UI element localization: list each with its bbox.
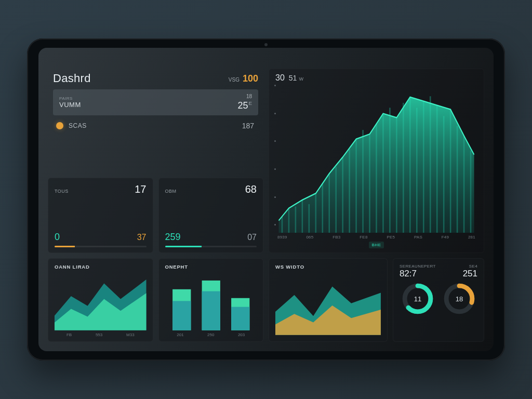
status-label: SCAS <box>69 122 87 129</box>
bottom-left-panels: OANN LIRAD FB553M33 ONEPHT <box>48 258 263 342</box>
stat-progress <box>55 246 147 247</box>
donut-1: 11 <box>401 282 434 315</box>
stat-label: TOUS <box>55 189 69 194</box>
stat-label: OBM <box>165 189 177 194</box>
header-metric-label: VSG <box>229 77 240 83</box>
main-chart-value-2: 51 <box>289 74 297 82</box>
donut-row: 11 18 <box>400 282 477 315</box>
input-secondary-value: 18 <box>246 94 252 99</box>
stat-sub-1: 0 <box>55 232 60 243</box>
mini-xaxis: 201250203 <box>165 330 257 337</box>
main-chart-value-1: 30 <box>275 73 285 83</box>
status-value: 187 <box>242 122 254 130</box>
primary-input[interactable]: PAIRS VUMM 18 25E <box>53 89 258 115</box>
mini-title: WS WIDTO <box>275 264 381 270</box>
stat-sub-1: 259 <box>165 232 181 243</box>
svg-rect-30 <box>172 301 191 330</box>
main-chart-badge: BHE <box>369 242 384 248</box>
mini-xaxis: FB553M33 <box>55 330 147 337</box>
dashboard-screen: Dashrd VSG 100 PAIRS VUMM 18 25E <box>38 48 494 351</box>
input-caption: PAIRS <box>59 96 81 101</box>
donut-value: 11 <box>401 282 434 315</box>
donut-2: 18 <box>443 282 476 315</box>
main-chart-xaxis: 8939065FB3FE8PE5PASF49281 <box>275 233 477 240</box>
tablet-frame: Dashrd VSG 100 PAIRS VUMM 18 25E <box>27 38 505 361</box>
mini-plot <box>165 272 257 330</box>
mini-chart-c[interactable]: WS WIDTO <box>269 258 388 342</box>
donut-value: 18 <box>443 282 476 315</box>
svg-rect-34 <box>231 307 249 330</box>
stat-sub-2: 07 <box>247 233 257 242</box>
input-main-value: 25E <box>237 100 252 111</box>
main-chart-unit: W <box>299 76 303 82</box>
header-metric-value: 100 <box>243 73 258 84</box>
kpi-value-1: 82:7 <box>400 269 417 279</box>
mini-plot <box>55 272 147 330</box>
kpi-caption: SEREAUNEPERT <box>400 264 436 269</box>
mini-title: ONEPHT <box>165 264 257 270</box>
kpi-caption-2: SE4 <box>469 264 477 269</box>
kpi-value-2: 251 <box>463 269 477 279</box>
svg-rect-32 <box>202 291 220 330</box>
camera-dot <box>264 43 268 46</box>
status-indicator-icon <box>56 122 63 129</box>
mini-xaxis <box>275 335 381 337</box>
stat-card-2[interactable]: OBM 68 259 07 <box>158 178 264 253</box>
kpi-panel[interactable]: SEREAUNEPERT SE4 82:7 251 11 <box>393 258 484 342</box>
mini-title: OANN LIRAD <box>55 264 147 270</box>
stat-card-1[interactable]: TOUS 17 0 37 <box>48 178 153 253</box>
stat-progress <box>165 246 257 247</box>
page-title: Dashrd <box>53 72 91 85</box>
stat-cards: TOUS 17 0 37 OBM 68 25 <box>48 178 263 253</box>
mini-plot <box>275 272 381 335</box>
main-chart-panel[interactable]: 30 51 W <box>269 69 484 253</box>
header-metric: VSG 100 <box>229 73 258 84</box>
header-panel: Dashrd VSG 100 PAIRS VUMM 18 25E <box>48 69 263 172</box>
input-label: VUMM <box>59 101 81 109</box>
mini-chart-a[interactable]: OANN LIRAD FB553M33 <box>48 258 153 342</box>
bottom-right-panels: WS WIDTO SEREAUNEPERT SE4 82:7 <box>269 258 484 342</box>
stat-value: 17 <box>135 183 146 195</box>
stat-value: 68 <box>245 183 257 195</box>
stat-sub-2: 37 <box>137 233 147 242</box>
status-row: SCAS 187 <box>53 119 258 130</box>
main-chart-plot <box>275 85 477 233</box>
mini-chart-b[interactable]: ONEPHT 201250203 <box>158 258 264 342</box>
